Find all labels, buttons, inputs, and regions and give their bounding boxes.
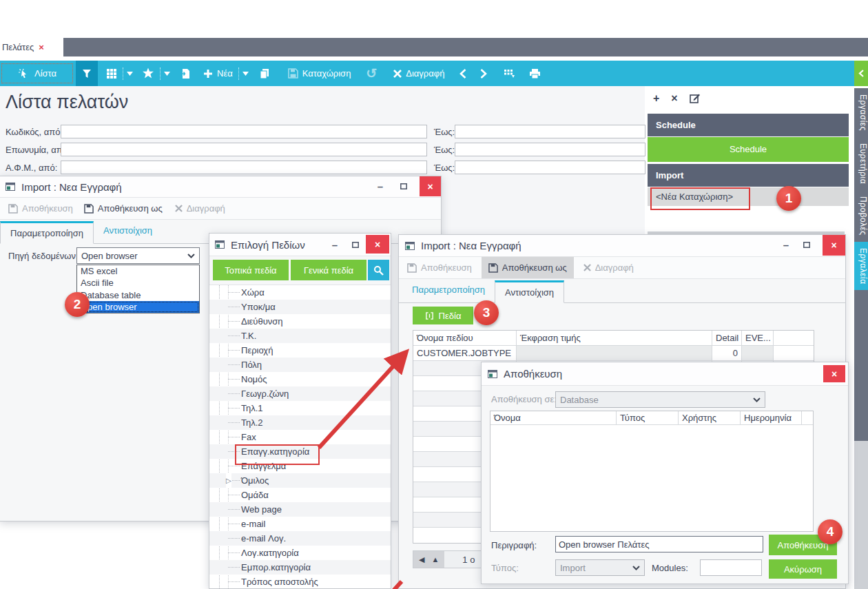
step-badge-1: 1: [776, 186, 801, 211]
maximize-button[interactable]: [397, 176, 411, 196]
close-button[interactable]: ×: [420, 176, 441, 196]
maximize-button[interactable]: [800, 235, 814, 255]
minimize-button[interactable]: –: [779, 235, 793, 255]
prev-record-icon[interactable]: [459, 69, 466, 79]
new-button[interactable]: Νέα: [217, 68, 233, 79]
step-badge-4: 4: [818, 519, 843, 544]
field-list-item[interactable]: Εμπορ.κατηγορία: [209, 560, 391, 575]
plus-icon[interactable]: [203, 69, 213, 79]
dropdown-option[interactable]: Ascii file: [77, 277, 199, 289]
field-list-item[interactable]: Τρόπος αποστολής: [209, 575, 391, 588]
nav-up-icon[interactable]: ▲: [431, 555, 439, 564]
side-tab-provoles[interactable]: Προβολές: [854, 190, 868, 242]
dropdown-option[interactable]: MS excel: [77, 265, 199, 277]
delete-menu-item[interactable]: Διαγραφή: [583, 262, 634, 273]
grid-view-icon[interactable]: [106, 68, 117, 79]
field-list-item[interactable]: Τ.Κ.: [209, 329, 391, 343]
filter-button[interactable]: [76, 61, 98, 86]
dialog-titlebar[interactable]: Import : Νεα Εγγραφή – ×: [399, 235, 845, 257]
field-list-item[interactable]: Νομός: [209, 372, 391, 386]
tab-pelates[interactable]: Πελάτες ×: [0, 38, 59, 56]
tab-antistoixisi[interactable]: Αντιστοίχιση: [94, 220, 162, 243]
fields-button[interactable]: Πεδία: [413, 307, 473, 324]
code-from-input[interactable]: [61, 125, 427, 138]
field-list-item[interactable]: Πόλη: [209, 358, 391, 372]
delete-x-icon[interactable]: [393, 70, 402, 78]
code-to-input[interactable]: [455, 125, 645, 138]
delete-button[interactable]: Διαγραφή: [406, 68, 444, 79]
list-button[interactable]: Λίστα: [1, 63, 73, 83]
minimize-button[interactable]: –: [373, 176, 387, 196]
panel-delete-icon[interactable]: ×: [671, 92, 677, 105]
export-page-icon[interactable]: [180, 68, 192, 79]
field-list-item[interactable]: Τηλ.2: [209, 415, 391, 430]
close-button[interactable]: ×: [366, 235, 389, 254]
field-list-item[interactable]: Χώρα: [209, 285, 391, 300]
dialog-titlebar[interactable]: Επιλογή Πεδίων – ×: [209, 234, 391, 256]
field-list-item[interactable]: ▷Όμιλος: [209, 473, 391, 488]
mapping-grid-row[interactable]: CUSTOMER.JOBTYPE 0: [413, 346, 814, 361]
minimize-button[interactable]: –: [329, 235, 341, 255]
field-list-item[interactable]: Υποκ/μα: [209, 300, 391, 314]
schedule-item-button[interactable]: Schedule: [648, 137, 849, 162]
generic-fields-button[interactable]: Γενικά πεδία: [291, 260, 366, 280]
data-grid-tool-icon[interactable]: [504, 68, 515, 79]
new-dropdown-icon[interactable]: [242, 72, 249, 76]
side-tab-ergaleia[interactable]: Εργαλεία: [854, 242, 868, 291]
save-as-menu-item[interactable]: Αποθήκευση ως: [84, 203, 163, 214]
main-toolbar: Λίστα Νέα Καταχώριση ↺: [0, 61, 854, 86]
source-select[interactable]: Open browser: [76, 247, 200, 264]
search-button[interactable]: [368, 260, 389, 280]
nav-first-icon[interactable]: ◀: [419, 555, 424, 564]
field-list-item[interactable]: e-mail: [209, 517, 391, 531]
save-menu-item[interactable]: Αποθήκευση: [8, 203, 73, 214]
dialog-titlebar[interactable]: Αποθήκευση ×: [482, 362, 848, 386]
tab-antistoixisi[interactable]: Αντιστοίχιση: [495, 280, 564, 303]
tab-parametropoiisi[interactable]: Παραμετροποίηση: [402, 280, 495, 302]
panel-add-icon[interactable]: +: [653, 92, 659, 105]
register-button[interactable]: Καταχώριση: [302, 68, 351, 79]
side-tab-evretiria[interactable]: Ευρετήρια: [854, 137, 868, 190]
panel-collapse-button[interactable]: [854, 61, 868, 86]
expand-icon[interactable]: ▷: [226, 473, 231, 488]
cell-eve: [742, 346, 774, 360]
print-icon[interactable]: [529, 68, 541, 79]
panel-edit-icon[interactable]: [690, 93, 701, 104]
next-record-icon[interactable]: [480, 69, 487, 79]
grid-dropdown-icon[interactable]: [127, 72, 133, 76]
close-button[interactable]: ×: [823, 235, 845, 256]
field-list-item[interactable]: Web page: [209, 502, 391, 517]
cancel-button[interactable]: Ακύρωση: [769, 559, 837, 579]
tab-parametropoiisi[interactable]: Παραμετροποίηση: [0, 221, 94, 244]
description-input[interactable]: [555, 536, 763, 552]
field-list-item[interactable]: Γεωγρ.ζώνη: [209, 386, 391, 401]
save-as-menu-item-active[interactable]: Αποθήκευση ως: [482, 257, 574, 278]
field-list-item[interactable]: Διεύθυνση: [209, 314, 391, 329]
field-list-item[interactable]: Ομάδα: [209, 488, 391, 502]
modules-input[interactable]: [700, 559, 762, 576]
field-list-item[interactable]: Λογ.κατηγορία: [209, 546, 391, 560]
field-list-item[interactable]: Fax: [209, 430, 391, 444]
maximize-button[interactable]: [349, 235, 362, 255]
dropdown-option-selected[interactable]: Open browser: [77, 301, 199, 313]
field-list-item[interactable]: Περιοχή: [209, 343, 391, 358]
save-menu-item[interactable]: Αποθήκευση: [407, 262, 472, 273]
afm-from-input[interactable]: [61, 161, 427, 174]
close-button[interactable]: ×: [823, 365, 845, 382]
field-list-item[interactable]: e-mail Λογ.: [209, 531, 391, 546]
local-fields-button[interactable]: Τοπικά πεδία: [213, 260, 289, 280]
delete-menu-item[interactable]: Διαγραφή: [175, 203, 225, 214]
tab-close-icon[interactable]: ×: [39, 42, 44, 52]
star-dropdown-icon[interactable]: [164, 72, 170, 76]
name-to-input[interactable]: [455, 143, 645, 156]
side-tab-ergasies[interactable]: Εργασίες: [854, 88, 868, 137]
name-from-input[interactable]: [61, 143, 427, 156]
field-list-item[interactable]: Τηλ.1: [209, 401, 391, 415]
dropdown-option[interactable]: Database table: [77, 289, 199, 301]
undo-icon[interactable]: ↺: [366, 65, 377, 81]
afm-to-input[interactable]: [455, 161, 645, 174]
favorites-star-icon[interactable]: [142, 68, 154, 79]
dialog-titlebar[interactable]: Import : Νεα Εγγραφή – ×: [0, 176, 441, 198]
copy-icon[interactable]: [259, 68, 270, 79]
window-icon: [215, 240, 225, 249]
